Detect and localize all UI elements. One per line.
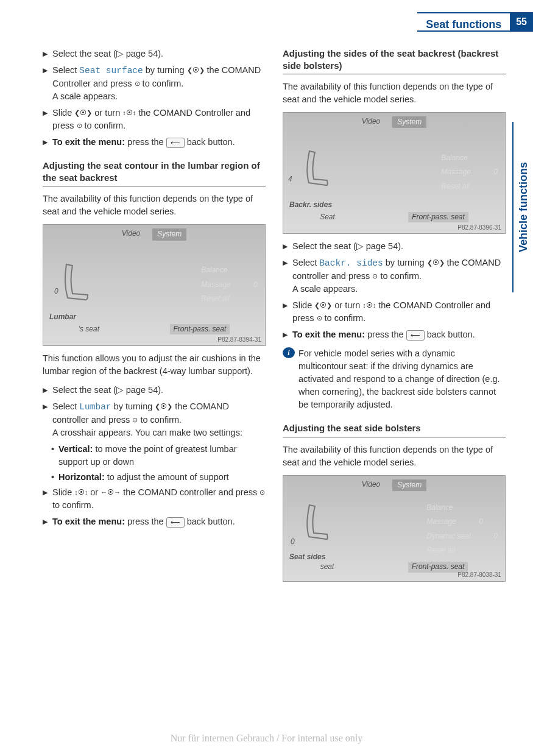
press-icon: ⊙ xyxy=(317,314,322,323)
info-icon: i xyxy=(283,347,295,358)
rotary-icon: ❮⦿❯ xyxy=(155,402,172,412)
step-marker-icon: ▶ xyxy=(43,136,52,149)
step: ▶ Select the seat (▷ page 54). xyxy=(43,48,266,60)
comand-screenshot-backr-sides: Video System 4 Backr. sides Balance Mass… xyxy=(283,112,506,234)
seat-icon xyxy=(294,146,337,195)
section-heading: Adjusting the seat contour in the lumbar… xyxy=(43,160,266,186)
step-marker-icon: ▶ xyxy=(43,384,52,397)
seat-icon xyxy=(294,500,337,549)
step: ▶ Slide ❮⦿❯ or turn ↕⦿↕ the COMAND Contr… xyxy=(43,107,266,132)
slide-h-icon: ←⦿→ xyxy=(101,488,121,498)
comand-screenshot-lumbar: Video System 0 Lumbar Balance Massage0 R… xyxy=(43,224,266,346)
bullet: • Horizontal: to adjust the amount of su… xyxy=(51,471,266,484)
image-ref: P82.87-8038-31 xyxy=(457,571,501,580)
bullet: • Vertical: to move the point of greates… xyxy=(51,443,266,468)
page-header: Seat functions 55 xyxy=(417,12,533,32)
seat-icon xyxy=(54,258,97,307)
page-number: 55 xyxy=(510,12,533,32)
step: ▶ Select the seat (▷ page 54). xyxy=(283,240,506,253)
step: ▶ To exit the menu: press the ⟵ back but… xyxy=(43,515,266,528)
step: ▶ Select Lumbar by turning ❮⦿❯ the COMAN… xyxy=(43,400,266,439)
right-column: Adjusting the sides of the seat backrest… xyxy=(283,48,506,588)
step-marker-icon: ▶ xyxy=(43,515,52,528)
watermark: Nur für internen Gebrauch / For internal… xyxy=(0,731,533,745)
menu-option: Seat surface xyxy=(79,66,143,76)
content: ▶ Select the seat (▷ page 54). ▶ Select … xyxy=(43,48,506,588)
step-marker-icon: ▶ xyxy=(43,107,52,132)
side-tab: Vehicle functions xyxy=(512,122,533,292)
step-marker-icon: ▶ xyxy=(283,328,292,341)
step-marker-icon: ▶ xyxy=(43,486,52,512)
rotary-icon: ❮⦿❯ xyxy=(427,258,445,268)
left-column: ▶ Select the seat (▷ page 54). ▶ Select … xyxy=(43,48,266,588)
step-marker-icon: ▶ xyxy=(283,256,292,295)
back-button-icon: ⟵ xyxy=(166,517,185,528)
step: ▶ Select Backr. sides by turning ❮⦿❯ the… xyxy=(283,256,506,295)
press-icon: ⊙ xyxy=(259,488,265,498)
info-note: i For vehicle model series with a dynami… xyxy=(283,347,506,411)
step-marker-icon: ▶ xyxy=(283,299,292,325)
step: ▶ To exit the menu: press the ⟵ back but… xyxy=(283,328,506,341)
step: ▶ Slide ❮⦿❯ or turn ↕⦿↕ the COMAND Contr… xyxy=(283,299,506,325)
section-heading: Adjusting the sides of the seat backrest… xyxy=(283,48,506,74)
rotary-icon: ↕⦿↕ xyxy=(122,108,136,118)
press-icon: ⊙ xyxy=(135,79,140,89)
step-marker-icon: ▶ xyxy=(283,240,292,253)
page-ref-icon: ▷ xyxy=(356,241,364,251)
step-marker-icon: ▶ xyxy=(43,64,52,103)
image-ref: P82.87-8394-31 xyxy=(217,336,261,345)
rotary-icon: ❮⦿❯ xyxy=(187,66,205,76)
step-marker-icon: ▶ xyxy=(43,400,52,439)
header-title: Seat functions xyxy=(417,12,510,32)
comand-screenshot-seat-sides: Video System 0 Seat sides Balance Massag… xyxy=(283,475,506,582)
step: ▶ Slide ↕⦿↕ or ←⦿→ the COMAND controller… xyxy=(43,486,266,512)
slide-v-icon: ↕⦿↕ xyxy=(74,488,88,498)
section-intro: The availability of this function depend… xyxy=(283,80,506,106)
section-heading: Adjusting the seat side bolsters xyxy=(283,422,506,437)
step: ▶ To exit the menu: press the ⟵ back but… xyxy=(43,136,266,149)
rotary-icon: ↕⦿↕ xyxy=(362,301,376,311)
image-ref: P82.87-8396-31 xyxy=(457,224,501,233)
menu-option: Backr. sides xyxy=(319,258,383,268)
step: ▶ Select the seat (▷ page 54). xyxy=(43,384,266,397)
press-icon: ⊙ xyxy=(77,121,82,131)
page-ref-icon: ▷ xyxy=(116,49,124,58)
menu-option: Lumbar xyxy=(79,402,111,412)
bullet-icon: • xyxy=(51,443,58,468)
step: ▶ Select Seat surface by turning ❮⦿❯ the… xyxy=(43,64,266,103)
side-tab-label: Vehicle functions xyxy=(515,162,531,252)
section-desc: This function allows you to adjust the a… xyxy=(43,352,266,378)
step-marker-icon: ▶ xyxy=(43,48,52,60)
page-ref-icon: ▷ xyxy=(116,385,124,395)
bullet-icon: • xyxy=(51,471,58,484)
section-intro: The availability of this function depend… xyxy=(43,193,266,218)
slide-icon: ❮⦿❯ xyxy=(74,108,92,118)
slide-icon: ❮⦿❯ xyxy=(314,301,332,311)
back-button-icon: ⟵ xyxy=(166,138,185,148)
section-intro: The availability of this function depend… xyxy=(283,443,506,469)
back-button-icon: ⟵ xyxy=(406,330,425,341)
